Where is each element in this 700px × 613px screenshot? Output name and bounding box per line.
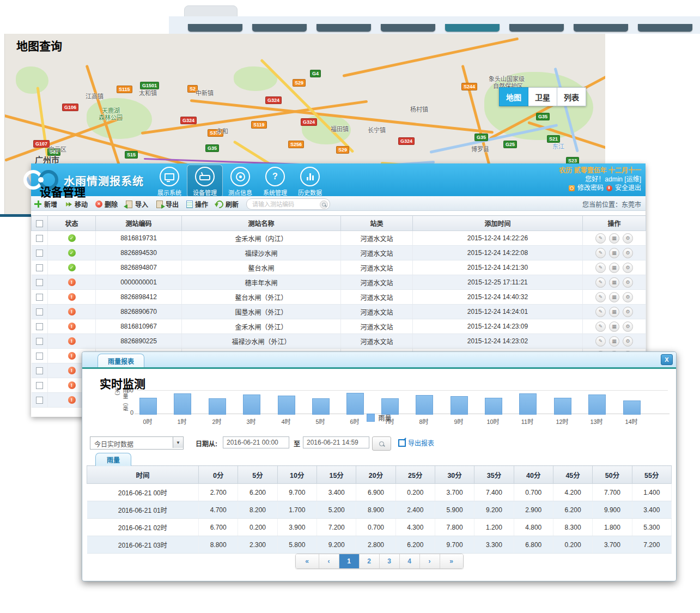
checkbox[interactable] [36,220,43,227]
search-icon[interactable] [320,201,328,209]
checkbox[interactable] [36,338,43,345]
road-badge: G4 [310,70,321,77]
nav-item-target[interactable]: 测点信息 [223,165,258,197]
page-button-4[interactable]: 4 [399,554,419,568]
status-error-icon: ! [68,308,76,315]
edit-icon[interactable]: ✎ [595,321,606,332]
archive-icon[interactable]: ▦ [609,248,619,258]
checkbox[interactable] [36,323,43,330]
edit-icon[interactable]: ✎ [595,233,606,244]
station-code-cell: 8826894530 [96,246,182,260]
rainfall-value-cell: 5.200 [316,501,356,519]
edit-icon[interactable]: ✎ [595,248,606,258]
page-button-1[interactable]: 1 [339,554,359,568]
station-code-cell: 8816810967 [96,319,182,334]
edit-icon[interactable]: ✎ [595,277,606,288]
gear-icon[interactable]: ⚙ [623,263,633,273]
archive-icon[interactable]: ▦ [609,263,619,273]
archive-icon[interactable]: ▦ [609,321,619,332]
page-button-»[interactable]: » [440,554,463,568]
road-badge: G106 [62,104,78,111]
rainfall-value-cell: 9.900 [593,501,632,519]
date-from-input[interactable] [223,436,289,448]
logout-link[interactable]: 安全退出 [615,184,641,192]
toolbar-exp-button[interactable]: 导出 [156,199,179,209]
page-button-›[interactable]: › [419,554,440,568]
nav-item-label: 系统管理 [263,188,287,197]
page-button-2[interactable]: 2 [359,554,379,568]
checkbox[interactable] [36,235,43,242]
date-to-input[interactable] [303,436,369,448]
gear-icon[interactable]: ⚙ [623,233,633,244]
rainfall-value-cell: 3.900 [277,519,316,536]
page-button-3[interactable]: 3 [379,554,399,568]
rainfall-col-header: 10分 [277,466,316,484]
page-button-«[interactable]: « [296,554,319,568]
toolbar-move-button[interactable]: 移动 [65,199,88,209]
edit-icon[interactable]: ✎ [595,263,606,273]
table-row: ✓8826894807鳌台水闸河道水文站2015-12-24 14:21:30✎… [32,260,646,275]
checkbox[interactable] [36,264,43,271]
nav-item-device[interactable]: 设备管理 [187,165,223,198]
station-code-cell: 8816819731 [96,231,182,246]
rainfall-value-cell: 6.900 [356,484,395,501]
nav-item-monitor[interactable]: 展示系统 [152,165,187,197]
nav-item-chart[interactable]: 历史数据 [293,165,327,197]
edit-icon[interactable]: ✎ [595,292,606,302]
added-time-cell: 2015-12-24 14:21:30 [413,260,583,275]
gear-icon[interactable]: ⚙ [623,248,633,258]
rainfall-value-cell: 0.200 [395,484,435,501]
archive-icon[interactable]: ▦ [609,233,619,244]
page-button-‹[interactable]: ‹ [319,554,339,568]
toolbar-del-button[interactable]: ×删除 [95,199,118,209]
checkbox[interactable] [36,279,43,286]
toolbar-imp-button[interactable]: 导入 [125,199,148,209]
chevron-down-icon[interactable]: ▼ [173,437,183,448]
data-mode-select[interactable]: 今日实时数据 ▼ [90,436,184,450]
rainfall-bar [209,398,226,415]
station-search-input[interactable] [251,199,318,209]
row-actions-cell: ✎▦⚙ [583,319,646,334]
map-type-button[interactable]: 列表 [557,87,586,106]
edit-icon[interactable]: ✎ [595,307,606,317]
close-button[interactable]: X [661,354,673,365]
checkbox[interactable] [36,308,43,315]
archive-icon[interactable]: ▦ [609,336,619,347]
edit-icon[interactable]: ✎ [595,336,606,347]
rainfall-value-cell: 8.800 [199,536,238,554]
realtime-label: 实时监测 [100,375,145,391]
checkbox[interactable] [36,250,43,257]
row-checkbox-cell [32,290,48,305]
checkbox[interactable] [36,397,43,404]
nav-item-question[interactable]: ?系统管理 [258,165,293,197]
toolbar-doc-button[interactable]: 操作 [186,199,208,209]
gear-icon[interactable]: ⚙ [623,336,633,347]
gear-icon[interactable]: ⚙ [623,292,633,302]
gear-icon[interactable]: ⚙ [623,307,633,317]
toolbar-plus-button[interactable]: 新增 [34,199,57,209]
archive-icon[interactable]: ▦ [609,277,619,288]
rainfall-value-cell: 9.200 [316,536,356,554]
tab-rainfall[interactable]: 雨量 [95,453,131,466]
tab-rainfall-report[interactable]: 雨量报表 [98,354,144,368]
gear-icon[interactable]: ⚙ [623,277,633,288]
change-password-link[interactable]: 修改密码 [577,184,604,192]
checkbox[interactable] [36,353,43,360]
station-name-cell: 福绿沙水闸 [182,246,341,260]
gear-icon[interactable]: ⚙ [623,321,633,332]
archive-icon[interactable]: ▦ [609,307,619,317]
search-button[interactable] [372,436,391,451]
checkbox[interactable] [36,382,43,389]
checkbox[interactable] [36,367,43,374]
export-label: 导出报表 [408,438,434,447]
toolbar-refresh-button[interactable]: 刷新 [216,199,239,209]
archive-icon[interactable]: ▦ [609,292,619,302]
nav-item-label: 设备管理 [193,188,217,197]
row-checkbox-cell [32,319,48,334]
checkbox[interactable] [36,294,43,301]
table-row: !8826890670围垦水闸（外江）河道水文站2015-12-24 14:24… [32,305,646,319]
rainfall-value-cell: 7.200 [632,536,671,554]
map-type-active-button[interactable]: 地图 [499,87,528,106]
export-report-link[interactable]: 导出报表 [398,438,434,447]
map-type-button[interactable]: 卫星 [528,87,557,106]
